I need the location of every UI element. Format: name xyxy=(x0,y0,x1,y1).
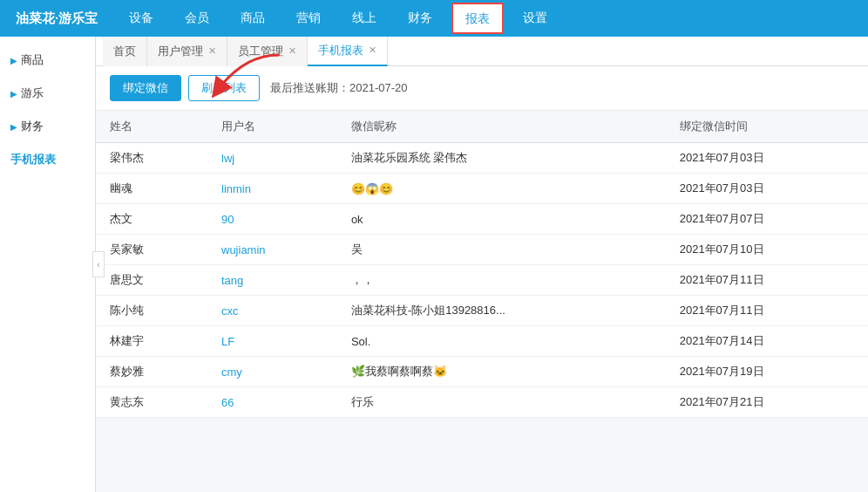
cell-username: cxc xyxy=(207,296,337,326)
sidebar-item-finance-label: 财务 xyxy=(21,119,44,134)
sidebar-item-amusement-label: 游乐 xyxy=(21,85,44,101)
cell-wechat-nick: 😊😱😊 xyxy=(337,174,666,204)
tab-user-management[interactable]: 用户管理 ✕ xyxy=(147,37,227,66)
cell-bind-time: 2021年07月14日 xyxy=(666,326,868,357)
cell-username: lwj xyxy=(207,143,337,174)
table-row: 陈小纯 cxc 油菜花科技-陈小姐13928816... 2021年07月11日 xyxy=(96,296,868,326)
cell-wechat-nick: Sol. xyxy=(337,326,666,357)
nav-item-settings[interactable]: 设置 xyxy=(507,0,563,38)
cell-name: 杰文 xyxy=(96,204,207,235)
cell-name: 梁伟杰 xyxy=(96,143,207,174)
tab-staff-management[interactable]: 员工管理 ✕ xyxy=(227,37,308,66)
tab-mobile-report[interactable]: 手机报表 ✕ xyxy=(308,37,388,66)
sidebar-collapse-button[interactable]: ‹ xyxy=(92,251,105,277)
cell-wechat-nick: 油菜花乐园系统 梁伟杰 xyxy=(337,143,666,174)
cell-username: linmin xyxy=(207,174,337,204)
app-logo: 油菜花·游乐宝 xyxy=(0,10,113,27)
cell-username: tang xyxy=(207,265,337,296)
arrow-icon: ▶ xyxy=(10,122,17,132)
col-header-wechat-nick: 微信昵称 xyxy=(337,111,666,143)
last-push-label: 最后推送账期：2021-07-20 xyxy=(270,80,408,96)
top-navigation: 油菜花·游乐宝 设备 会员 商品 营销 线上 财务 报表 设置 xyxy=(0,0,868,37)
cell-wechat-nick: 🌿我蔡啊蔡啊蔡🐱 xyxy=(337,357,666,387)
table-row: 吴家敏 wujiamin 吴 2021年07月10日 xyxy=(96,235,868,265)
sidebar-item-product-label: 商品 xyxy=(21,52,44,68)
cell-bind-time: 2021年07月21日 xyxy=(666,387,868,418)
col-header-name: 姓名 xyxy=(96,111,207,143)
cell-name: 黄志东 xyxy=(96,387,207,418)
cell-username: LF xyxy=(207,326,337,357)
cell-wechat-nick: 油菜花科技-陈小姐13928816... xyxy=(337,296,666,326)
main-layout: ▶ 商品 ▶ 游乐 ▶ 财务 手机报表 ‹ 首页 用户管理 ✕ xyxy=(0,37,868,492)
table-row: 幽魂 linmin 😊😱😊 2021年07月03日 xyxy=(96,174,868,204)
table-row: 林建宇 LF Sol. 2021年07月14日 xyxy=(96,326,868,357)
cell-name: 林建宇 xyxy=(96,326,207,357)
nav-item-marketing[interactable]: 营销 xyxy=(281,0,336,38)
main-content: 首页 用户管理 ✕ 员工管理 ✕ 手机报表 ✕ xyxy=(96,37,868,492)
cell-bind-time: 2021年07月03日 xyxy=(666,174,868,204)
nav-item-finance[interactable]: 财务 xyxy=(392,0,448,38)
tabs-bar: 首页 用户管理 ✕ 员工管理 ✕ 手机报表 ✕ xyxy=(96,37,868,66)
cell-username: 90 xyxy=(207,204,337,235)
table-body: 梁伟杰 lwj 油菜花乐园系统 梁伟杰 2021年07月03日 幽魂 linmi… xyxy=(96,143,868,418)
arrow-icon: ▶ xyxy=(10,89,17,99)
cell-username: wujiamin xyxy=(207,235,337,265)
col-header-username: 用户名 xyxy=(207,111,337,143)
cell-bind-time: 2021年07月03日 xyxy=(666,143,868,174)
cell-wechat-nick: ok xyxy=(337,204,666,235)
cell-name: 幽魂 xyxy=(96,174,207,204)
sidebar-item-mobile-report[interactable]: 手机报表 xyxy=(0,143,95,176)
sidebar-item-product[interactable]: ▶ 商品 xyxy=(0,44,95,77)
cell-username: 66 xyxy=(207,387,337,418)
report-table: 姓名 用户名 微信昵称 绑定微信时间 梁伟杰 lwj 油菜花乐园系统 梁伟杰 2… xyxy=(96,111,868,418)
table-row: 蔡妙雅 cmy 🌿我蔡啊蔡啊蔡🐱 2021年07月19日 xyxy=(96,357,868,387)
toolbar: 绑定微信 刷新列表 最后推送账期：2021-07-20 xyxy=(96,66,868,111)
cell-name: 唐思文 xyxy=(96,265,207,296)
nav-items: 设备 会员 商品 营销 线上 财务 报表 设置 xyxy=(113,0,868,38)
col-header-bind-time: 绑定微信时间 xyxy=(666,111,868,143)
sidebar: ▶ 商品 ▶ 游乐 ▶ 财务 手机报表 ‹ xyxy=(0,37,96,492)
table-row: 唐思文 tang ，， 2021年07月11日 xyxy=(96,265,868,296)
tab-mobile-label: 手机报表 xyxy=(318,43,363,58)
sidebar-item-finance[interactable]: ▶ 财务 xyxy=(0,110,95,143)
table-header-row: 姓名 用户名 微信昵称 绑定微信时间 xyxy=(96,111,868,143)
cell-wechat-nick: ，， xyxy=(337,265,666,296)
arrow-icon: ▶ xyxy=(10,56,17,65)
tab-user-label: 用户管理 xyxy=(158,44,203,59)
nav-item-member[interactable]: 会员 xyxy=(169,0,225,38)
nav-item-product[interactable]: 商品 xyxy=(225,0,281,38)
tab-staff-label: 员工管理 xyxy=(238,44,283,59)
tab-staff-close-icon[interactable]: ✕ xyxy=(288,45,296,57)
table-row: 梁伟杰 lwj 油菜花乐园系统 梁伟杰 2021年07月03日 xyxy=(96,143,868,174)
cell-bind-time: 2021年07月07日 xyxy=(666,204,868,235)
tab-home-label: 首页 xyxy=(113,44,136,59)
cell-name: 蔡妙雅 xyxy=(96,357,207,387)
sidebar-item-mobile-label: 手机报表 xyxy=(10,152,56,167)
cell-wechat-nick: 吴 xyxy=(337,235,666,265)
bind-wechat-button[interactable]: 绑定微信 xyxy=(110,75,181,101)
sidebar-item-amusement[interactable]: ▶ 游乐 xyxy=(0,77,95,110)
nav-item-online[interactable]: 线上 xyxy=(336,0,392,38)
cell-name: 吴家敏 xyxy=(96,235,207,265)
data-table-wrapper: 姓名 用户名 微信昵称 绑定微信时间 梁伟杰 lwj 油菜花乐园系统 梁伟杰 2… xyxy=(96,111,868,492)
tab-user-close-icon[interactable]: ✕ xyxy=(208,45,216,57)
cell-bind-time: 2021年07月19日 xyxy=(666,357,868,387)
nav-item-report[interactable]: 报表 xyxy=(451,3,504,34)
tab-home[interactable]: 首页 xyxy=(103,37,147,66)
cell-name: 陈小纯 xyxy=(96,296,207,326)
tab-mobile-close-icon[interactable]: ✕ xyxy=(369,44,376,56)
table-row: 杰文 90 ok 2021年07月07日 xyxy=(96,204,868,235)
cell-bind-time: 2021年07月11日 xyxy=(666,265,868,296)
nav-item-device[interactable]: 设备 xyxy=(113,0,169,38)
cell-username: cmy xyxy=(207,357,337,387)
cell-wechat-nick: 行乐 xyxy=(337,387,666,418)
cell-bind-time: 2021年07月10日 xyxy=(666,235,868,265)
cell-bind-time: 2021年07月11日 xyxy=(666,296,868,326)
refresh-list-button[interactable]: 刷新列表 xyxy=(188,75,260,101)
table-row: 黄志东 66 行乐 2021年07月21日 xyxy=(96,387,868,418)
